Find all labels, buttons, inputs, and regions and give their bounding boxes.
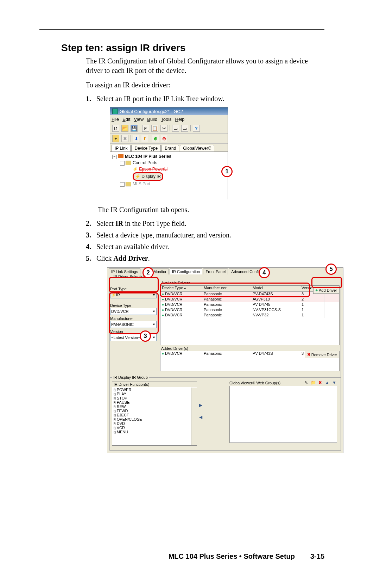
- func-item[interactable]: PLAY: [114, 392, 195, 396]
- screenshot-ir-config: IP Link Settings Monitor IR Configuratio…: [107, 267, 343, 453]
- window-title: Global Configurator.gc2* - GC2: [120, 109, 183, 114]
- window-titlebar: Global Configurator.gc2* - GC2: [110, 107, 228, 115]
- tab-ip-link[interactable]: IP Link: [112, 145, 131, 151]
- add-folder-icon[interactable]: +: [112, 135, 119, 142]
- ir-functions-list[interactable]: IR Driver Function(s) POWER PLAY STOP PA…: [112, 382, 197, 446]
- window1-icon[interactable]: ▭: [172, 125, 179, 132]
- save-icon[interactable]: 💾: [131, 125, 138, 132]
- cut-icon[interactable]: ✂: [160, 125, 167, 132]
- highlight-port-type: [109, 277, 159, 292]
- step-3: 3.Select a device type, manufacturer, an…: [86, 231, 320, 239]
- screenshot-tree-window: Global Configurator.gc2* - GC2 File Edit…: [110, 107, 228, 199]
- func-item[interactable]: FFWD: [114, 409, 195, 413]
- functions-label: IR Driver Function(s): [112, 382, 197, 387]
- driver-row[interactable]: ●DVD/VCRPanasonicAGVP3102: [160, 297, 339, 302]
- highlight-filters: [109, 292, 159, 334]
- transfer-buttons: ▶ ◀: [199, 403, 202, 420]
- ir-group-legend: IR Display IR Group: [112, 375, 149, 379]
- copy-icon[interactable]: ⎘: [142, 125, 149, 132]
- remove-driver-button[interactable]: ✖Remove Driver: [305, 351, 340, 358]
- folder-icon[interactable]: 📁: [310, 380, 316, 385]
- down-arrow-icon[interactable]: ⬇: [133, 135, 139, 142]
- func-item[interactable]: POWER: [114, 388, 195, 392]
- func-item[interactable]: REW: [114, 404, 195, 409]
- func-item[interactable]: OPEN/CLOSE: [114, 417, 195, 421]
- ir-display-group: IR Display IR Group IR Driver Function(s…: [109, 378, 341, 451]
- menu-file[interactable]: File: [112, 117, 119, 122]
- menubar[interactable]: File Edit View Build Tools Help: [110, 115, 228, 123]
- step-2: 2.Select IR in the Port Type field.: [86, 219, 320, 228]
- intro-text: The IR Configuration tab of Global Confi…: [86, 56, 320, 75]
- add-icon: +: [316, 288, 318, 292]
- callout-1: 1: [221, 166, 233, 177]
- gv-groups-list[interactable]: [229, 386, 337, 443]
- move-right-icon[interactable]: ▶: [199, 403, 202, 408]
- help-icon[interactable]: ?: [193, 125, 200, 132]
- tab-device-type[interactable]: Device Type: [131, 145, 161, 151]
- driver-row[interactable]: ●DVD/VCRPanasonicPV-D47451: [160, 302, 339, 308]
- menu-help[interactable]: Help: [175, 117, 185, 122]
- toolbar-1: 🗋 📂 💾 ⎘ 📋 ✂ ▭ ▭ ?: [110, 123, 228, 134]
- edit-icon[interactable]: ✎: [303, 380, 309, 385]
- move-up-icon[interactable]: ▲: [324, 380, 330, 385]
- func-item[interactable]: MENU: [114, 430, 195, 434]
- func-item[interactable]: VCR: [114, 426, 195, 430]
- new-icon[interactable]: 🗋: [112, 125, 119, 132]
- plus-icon[interactable]: ⊕: [152, 135, 159, 142]
- scrollbar[interactable]: [191, 388, 197, 445]
- minus-icon[interactable]: ⊖: [161, 135, 167, 142]
- menu-view[interactable]: View: [134, 117, 144, 122]
- window2-icon[interactable]: ▭: [181, 125, 188, 132]
- step-4: 4.Select an available driver.: [86, 243, 320, 251]
- footer-text: MLC 104 Plus Series • Software Setup: [169, 552, 295, 561]
- paste-icon[interactable]: 📋: [151, 125, 158, 132]
- callout-3: 3: [140, 330, 151, 342]
- tree-tabs: IP Link Device Type Brand GlobalViewer®: [110, 144, 228, 151]
- page-footer: MLC 104 Plus Series • Software Setup 3-1…: [39, 552, 324, 561]
- move-left-icon[interactable]: ◀: [199, 415, 202, 420]
- func-item[interactable]: DVD: [114, 421, 195, 426]
- tab-brand[interactable]: Brand: [162, 145, 179, 151]
- tab-ip-settings[interactable]: IP Link Settings: [109, 268, 140, 274]
- open-icon[interactable]: 📂: [121, 125, 128, 132]
- driver-row[interactable]: ●DVD/VCRPanasonicNV-VP321: [160, 313, 339, 318]
- menu-tools[interactable]: Tools: [161, 117, 171, 122]
- gv-groups-label: GlobalViewer® Web Group(s): [229, 381, 280, 385]
- gv-toolbar: ✎ 📁 ✖ ▲ ▼: [303, 380, 337, 385]
- delete-folder-icon[interactable]: ✖: [317, 380, 323, 385]
- delete-icon[interactable]: ✖: [121, 135, 128, 142]
- highlight-add-driver: [311, 277, 342, 288]
- move-down-icon[interactable]: ▼: [331, 380, 337, 385]
- up-arrow-icon[interactable]: ⬆: [141, 135, 148, 142]
- ip-link-tree[interactable]: −MLC 104 IP Plus Series −Control Ports ⚡…: [110, 151, 228, 201]
- tab-front-panel[interactable]: Front Panel: [203, 268, 228, 274]
- step-1: 1.Select an IR port in the IP Link Tree …: [86, 95, 320, 103]
- page-number: 3-15: [303, 552, 324, 561]
- step-5: 5.Click Add Driver.: [86, 254, 320, 262]
- toolbar-2: + ✖ ⬇ ⬆ ⊕ ⊖: [110, 134, 228, 144]
- post-shot1-text: The IR Configuration tab opens.: [98, 205, 332, 215]
- menu-build[interactable]: Build: [147, 117, 157, 122]
- display-ir-node[interactable]: ⚡ Display IR: [133, 172, 163, 181]
- tab-ir-config[interactable]: IR Configuration: [170, 268, 203, 274]
- func-item[interactable]: STOP: [114, 396, 195, 400]
- app-icon: [112, 109, 118, 114]
- added-drivers-label: Added Driver(s): [160, 346, 189, 351]
- section-title: Step ten: assign IR drivers: [61, 42, 324, 54]
- callout-4: 4: [259, 267, 270, 278]
- callout-5: 5: [325, 264, 337, 275]
- remove-icon: ✖: [307, 352, 310, 357]
- highlight-drivers: [160, 283, 310, 297]
- func-item[interactable]: EJECT: [114, 413, 195, 417]
- menu-edit[interactable]: Edit: [122, 117, 130, 122]
- func-item[interactable]: PAUSE: [114, 400, 195, 404]
- tab-globalviewer[interactable]: GlobalViewer®: [180, 145, 214, 151]
- callout-2: 2: [142, 267, 154, 278]
- lead-text: To assign an IR device driver:: [86, 80, 320, 90]
- driver-row[interactable]: ●DVD/VCRPanasonicNV-VP31GCS-S1: [160, 308, 339, 313]
